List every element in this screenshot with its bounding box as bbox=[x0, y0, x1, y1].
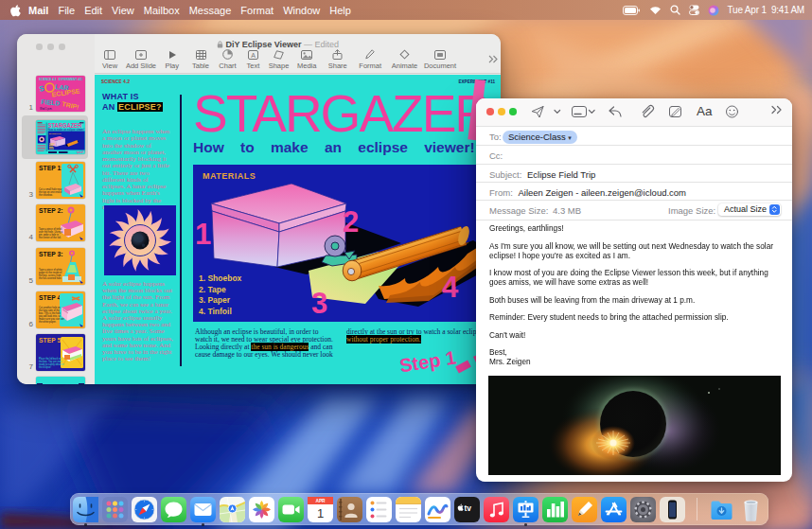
svg-text:STEP 4:: STEP 4: bbox=[39, 294, 63, 301]
svg-text:2: 2 bbox=[343, 205, 359, 238]
svg-text:STEP 3:: STEP 3: bbox=[39, 251, 63, 257]
svg-text:3: 3 bbox=[311, 287, 327, 320]
svg-text:STEP 1:: STEP 1: bbox=[39, 165, 63, 171]
svg-text:the shoebox.: the shoebox. bbox=[39, 193, 53, 197]
svg-text:SCIENCE 4.2: SCIENCE 4.2 bbox=[39, 78, 57, 81]
svg-text:DiD YOU KnOW: DiD YOU KnOW bbox=[40, 384, 85, 385]
svg-text:FIELD: FIELD bbox=[41, 98, 61, 107]
svg-text:STEP 5:: STEP 5: bbox=[39, 337, 63, 344]
svg-text:S: S bbox=[38, 84, 45, 94]
svg-text:TRIP!: TRIP! bbox=[62, 100, 79, 111]
svg-text:Step 1: Step 1 bbox=[76, 150, 85, 154]
svg-text:1: 1 bbox=[195, 218, 211, 251]
svg-text:Wed 1 p.m.: Wed 1 p.m. bbox=[40, 107, 52, 111]
svg-text:the center of the foil.: the center of the foil. bbox=[39, 236, 62, 239]
svg-text:A: A bbox=[251, 52, 256, 59]
svg-text:tv: tv bbox=[465, 503, 472, 513]
svg-text:How to make an eclipse viewer!: How to make an eclipse viewer! bbox=[48, 128, 85, 132]
svg-text:Aa: Aa bbox=[697, 104, 713, 118]
svg-text:1: 1 bbox=[317, 505, 324, 520]
svg-text:the eclipse!: the eclipse! bbox=[39, 365, 51, 369]
svg-text:4: 4 bbox=[442, 271, 459, 304]
svg-text:the foil-covered hole.: the foil-covered hole. bbox=[39, 276, 62, 280]
svg-text:the white paper.: the white paper. bbox=[39, 320, 57, 324]
svg-text:EXPERIMENT #11: EXPERIMENT #11 bbox=[59, 78, 83, 81]
svg-text:APR: APR bbox=[315, 499, 326, 503]
svg-text:STEP 2:: STEP 2: bbox=[39, 207, 63, 214]
svg-text:MATERIALS: MATERIALS bbox=[49, 132, 62, 134]
